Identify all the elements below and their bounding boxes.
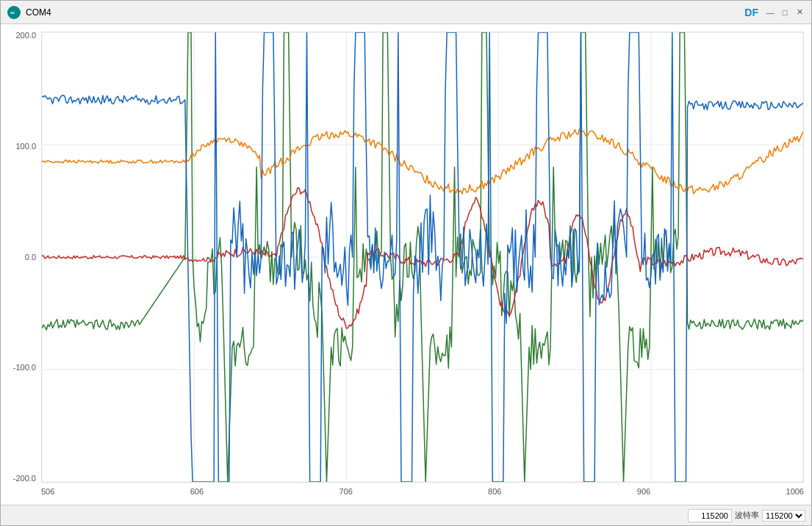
bottom-bar: 波特率 9600 19200 38400 57600 115200 <box>1 505 811 525</box>
baud-input[interactable] <box>688 509 732 522</box>
x-label-1006: 1006 <box>786 487 804 496</box>
x-axis: 506 606 706 806 906 1006 <box>41 484 804 505</box>
arduino-logo-icon: ∞ <box>7 5 21 20</box>
x-label-806: 806 <box>488 487 501 496</box>
y-axis: 200.0 100.0 0.0 -100.0 -200.0 <box>1 32 40 483</box>
y-label-n200: -200.0 <box>13 475 36 483</box>
y-label-0: 0.0 <box>25 253 36 262</box>
titlebar: ∞ COM4 DF — □ ✕ <box>1 1 811 24</box>
y-label-n100: -100.0 <box>13 364 36 372</box>
y-label-200: 200.0 <box>15 32 36 40</box>
minimize-button[interactable]: — <box>764 7 776 18</box>
x-label-906: 906 <box>637 487 650 496</box>
df-label: DF <box>744 7 758 18</box>
maximize-button[interactable]: □ <box>779 7 791 18</box>
y-label-100: 100.0 <box>15 143 36 151</box>
close-button[interactable]: ✕ <box>794 7 805 18</box>
titlebar-left: ∞ COM4 <box>7 5 51 20</box>
baud-select[interactable]: 9600 19200 38400 57600 115200 <box>762 510 805 522</box>
svg-text:∞: ∞ <box>10 10 15 16</box>
x-label-706: 706 <box>339 487 352 496</box>
window-title: COM4 <box>26 7 51 18</box>
chart-canvas <box>42 32 803 482</box>
chart-area: 200.0 100.0 0.0 -100.0 -200.0 506 606 70… <box>1 24 811 505</box>
titlebar-right: DF — □ ✕ <box>744 7 805 18</box>
chart-container <box>41 32 804 483</box>
x-label-506: 506 <box>41 487 54 496</box>
baud-label: 波特率 <box>735 510 759 521</box>
x-label-606: 606 <box>190 487 204 496</box>
main-window: ∞ COM4 DF — □ ✕ 200.0 100.0 0.0 -100.0 -… <box>0 0 812 526</box>
